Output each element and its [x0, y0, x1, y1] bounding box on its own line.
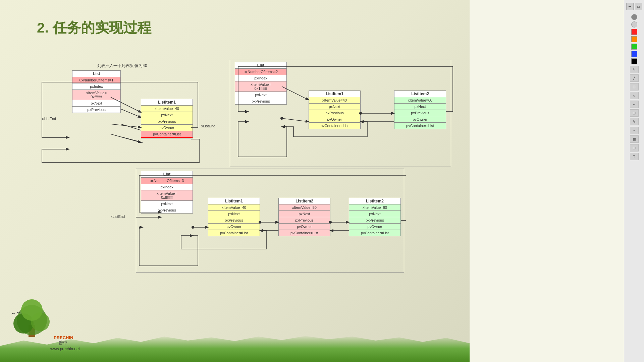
image-tool[interactable]: ⊡: [630, 144, 639, 152]
line-tool[interactable]: ╱: [630, 74, 639, 82]
top-left-list-row4: pxNext: [72, 100, 120, 106]
bot-i1-r1: xItemValue=40: [208, 204, 260, 210]
svg-line-7: [111, 134, 141, 142]
tr-list-title: List: [235, 62, 286, 68]
main-content: 2. 任务的实现过程 列表插入一个列表项 值为40 List uxNumberO…: [0, 0, 470, 362]
color-swatch-red[interactable]: [631, 29, 637, 35]
bot-i3-r1: xItemValue=60: [349, 204, 400, 210]
bot-i1-r3: pxPrevious: [208, 217, 260, 223]
tl-item1-row4: pvOwner: [141, 124, 193, 131]
top-left-item1-title: ListItem1: [141, 99, 193, 105]
top-right-item2-box: ListItem2 xItemValue=60 pxNext pxPreviou…: [394, 90, 446, 129]
color-swatch-light[interactable]: [631, 21, 637, 27]
connector-lines: [0, 0, 470, 362]
top-left-list-row3: xItemValue=0xffffffff: [72, 89, 120, 100]
tl-item1-row1: xItemValue=40: [141, 105, 193, 112]
tr-item2-title: ListItem2: [394, 91, 446, 97]
tr-list-row1: uxNumberOfItems=2: [235, 68, 286, 75]
tr-list-row4: pxNext: [235, 92, 286, 98]
color-swatch-orange[interactable]: [631, 36, 637, 42]
svg-point-21: [192, 226, 194, 229]
pen-tool[interactable]: ✎: [630, 118, 639, 125]
svg-line-1: [121, 124, 143, 131]
tr-list-row5: pxPrevious: [235, 98, 286, 104]
brand-name: PRECHIN: [54, 335, 73, 340]
top-left-list-row5: pxPrevious: [72, 106, 120, 113]
bot-i1-r4: pvOwner: [208, 223, 260, 230]
tr-item2-r3: pxPrevious: [394, 110, 446, 116]
table-tool[interactable]: ▦: [630, 135, 639, 143]
top-left-list-box: List uxNumberOfItems=1 pxIndex xItemValu…: [72, 70, 121, 113]
top-left-list-title: List: [72, 71, 120, 77]
tl-item1-row5: pvContainer=List: [141, 131, 193, 138]
bot-list-title: List: [141, 171, 193, 177]
tr-item2-r2: pxNext: [394, 103, 446, 110]
bot-list-r1: uxNumberOfItems=3: [141, 177, 193, 184]
bot-i3-r5: pvContainer=List: [349, 230, 400, 236]
annotation-insert: 列表插入一个列表项 值为40: [97, 63, 147, 69]
tree-icon: [7, 292, 57, 342]
bot-item3-box: ListItem2 xItemValue=60 pxNext pxPreviou…: [349, 198, 401, 236]
arrow-tool[interactable]: ↔: [630, 101, 639, 108]
fill-tool[interactable]: ▪: [630, 127, 639, 134]
tr-item1-title: ListItem1: [309, 91, 360, 97]
bot-i2-r5: pvContainer=List: [279, 230, 330, 236]
tr-item1-r5: pvContainer=List: [309, 122, 360, 129]
bot-item3-title: ListItem2: [349, 198, 400, 204]
annotation-listend3: xListEnd: [111, 215, 125, 219]
svg-line-6: [111, 124, 141, 127]
page-title: 2. 任务的实现过程: [37, 18, 151, 37]
tr-item2-r5: pvContainer=List: [394, 122, 446, 129]
bot-item1-box: ListItem1 xItemValue=40 pxNext pxPreviou…: [208, 198, 260, 236]
top-left-list-row2: pxIndex: [72, 83, 120, 89]
tr-item1-r1: xItemValue=40: [309, 97, 360, 103]
oval-tool[interactable]: ○: [630, 92, 639, 99]
brand-chinese: 普中: [59, 340, 67, 346]
top-right-list-box: List uxNumberOfItems=2 pxIndex xItemValu…: [235, 62, 287, 105]
bot-item2-box: ListItem2 xItemValue=50 pxNext pxPreviou…: [278, 198, 330, 236]
tr-list-row3: xItemValue=0x1fffffff: [235, 81, 286, 92]
bot-list-r3: xItemValue=0xffffffff: [141, 190, 193, 200]
bot-i2-r3: pxPrevious: [279, 217, 330, 223]
color-swatch-green[interactable]: [631, 44, 637, 50]
text-tool[interactable]: T: [630, 153, 639, 160]
tr-item2-r4: pvOwner: [394, 116, 446, 122]
rect-tool[interactable]: □: [630, 83, 639, 90]
bot-i1-r2: pxNext: [208, 210, 260, 217]
bot-item1-title: ListItem1: [208, 198, 260, 204]
svg-point-28: [21, 299, 43, 321]
minimize-btn[interactable]: ─: [626, 3, 634, 10]
top-left-item1-box: ListItem1 xItemValue=40 pxNext pxPreviou…: [141, 99, 193, 138]
cursor-tool[interactable]: ↖: [630, 66, 639, 73]
bot-i2-r1: xItemValue=50: [279, 204, 330, 210]
tr-item1-r3: pxPrevious: [309, 110, 360, 116]
bot-i3-r3: pxPrevious: [349, 217, 400, 223]
bot-i2-r2: pxNext: [279, 210, 330, 217]
bot-item2-title: ListItem2: [279, 198, 330, 204]
bot-i2-r4: pvOwner: [279, 223, 330, 230]
tr-item1-r4: pvOwner: [309, 116, 360, 122]
svg-line-2: [121, 137, 143, 142]
tr-list-row2: pxIndex: [235, 75, 286, 81]
svg-line-10: [282, 118, 309, 122]
right-toolbar: ─ □ ↖ ╱ □ ○ ↔ ⊞ ✎ ▪ ▦ ⊡ T: [624, 0, 644, 362]
bot-i1-r5: pvContainer=List: [208, 230, 260, 236]
bot-list-r4: pxNext: [141, 200, 193, 207]
color-swatch-blue[interactable]: [631, 51, 637, 57]
tl-item1-row2: pxNext: [141, 112, 193, 118]
annotation-listend1: xListEnd: [42, 117, 56, 121]
grid-tool[interactable]: ⊞: [630, 109, 639, 117]
color-swatch-gray[interactable]: [631, 14, 637, 20]
bot-i3-r4: pvOwner: [349, 223, 400, 230]
top-right-item1-box: ListItem1 xItemValue=40 pxNext pxPreviou…: [309, 90, 361, 129]
maximize-btn[interactable]: □: [635, 3, 642, 10]
color-swatch-black[interactable]: [631, 58, 637, 64]
tl-item1-row3: pxPrevious: [141, 118, 193, 124]
bot-i3-r2: pxNext: [349, 210, 400, 217]
window-controls[interactable]: ─ □: [626, 3, 642, 10]
bottom-list-box: List uxNumberOfItems=3 pxIndex xItemValu…: [141, 171, 193, 214]
bot-list-r5: pxPrevious: [141, 207, 193, 213]
annotation-listend2: xListEnd: [201, 124, 215, 128]
tr-item2-r1: xItemValue=60: [394, 97, 446, 103]
bot-list-r2: pxIndex: [141, 184, 193, 190]
